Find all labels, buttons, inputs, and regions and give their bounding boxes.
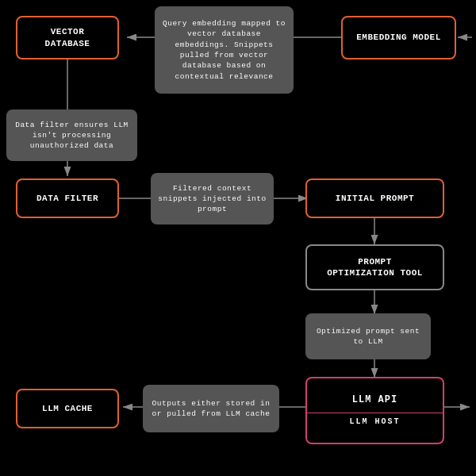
initial-prompt-label: INITIAL PROMPT [329,188,420,209]
tooltip-optimized-node: Optimized prompt sent to LLM [305,313,431,359]
prompt-optimization-label: PROMPT OPTIMIZATION TOOL [321,251,429,284]
tooltip-query-text: Query embedding mapped to vector databas… [161,18,287,82]
vector-database-label: VECTOR DATABASE [39,21,97,54]
data-filter-node: DATA FILTER [16,178,119,218]
llm-host-label: LLM HOST [349,416,400,427]
llm-cache-label: LLM CACHE [36,398,99,419]
tooltip-filter-text: Data filter ensures LLM isn't processing… [13,120,131,152]
tooltip-cache-node: Outputs either stored in or pulled from … [143,385,279,432]
embedding-model-label: EMBEDDING MODEL [350,27,447,48]
llm-api-label: LLM API [352,394,397,407]
vector-database-node: VECTOR DATABASE [16,16,119,60]
tooltip-cache-text: Outputs either stored in or pulled from … [149,398,273,420]
llm-api-node: LLM API LLM HOST [305,377,444,444]
embedding-model-node: EMBEDDING MODEL [341,16,456,60]
data-filter-label: DATA FILTER [30,188,105,209]
tooltip-filter-node: Data filter ensures LLM isn't processing… [6,109,137,161]
tooltip-optimized-text: Optimized prompt sent to LLM [312,326,424,347]
tooltip-context-text: Filtered context snippets injected into … [157,183,267,215]
tooltip-query-node: Query embedding mapped to vector databas… [155,6,294,94]
diagram-container: VECTOR DATABASE EMBEDDING MODEL Query em… [0,0,476,476]
tooltip-context-node: Filtered context snippets injected into … [151,173,274,225]
prompt-optimization-node: PROMPT OPTIMIZATION TOOL [305,244,444,290]
llm-cache-node: LLM CACHE [16,389,119,428]
initial-prompt-node: INITIAL PROMPT [305,178,444,218]
